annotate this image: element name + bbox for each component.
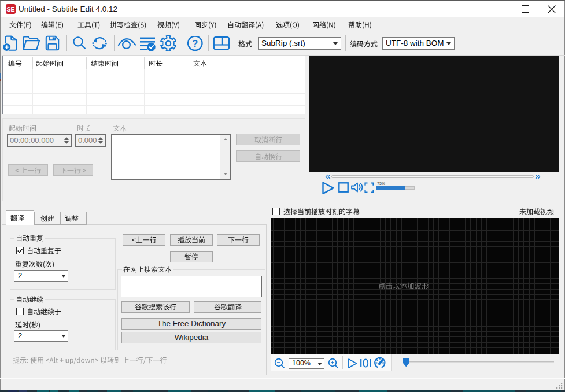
svg-text:SE: SE <box>6 6 14 13</box>
svg-text:?: ? <box>192 39 198 49</box>
